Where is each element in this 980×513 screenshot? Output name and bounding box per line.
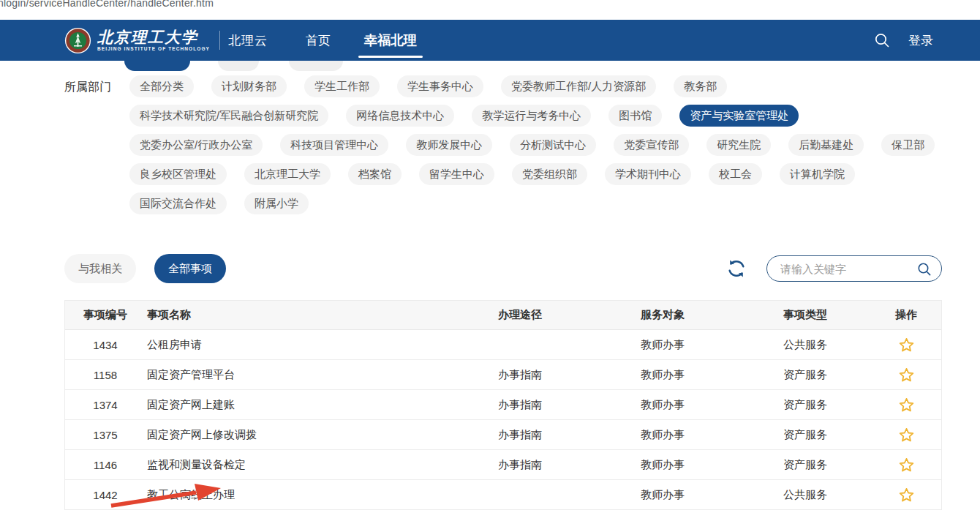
item-audience-cell: 教师办事 <box>639 398 782 412</box>
item-name-link[interactable]: 固定资产网上建账 <box>146 398 497 412</box>
header-right-group: 登录 <box>873 31 933 49</box>
favorite-star-icon[interactable] <box>870 367 943 383</box>
table-row[interactable]: 1374固定资产网上建账办事指南教师办事资产服务 <box>65 390 941 420</box>
item-type-cell: 资产服务 <box>782 398 870 412</box>
nav-item-happy-bit[interactable]: 幸福北理 <box>360 20 421 61</box>
department-tag[interactable]: 党委教师工作部/人力资源部 <box>501 75 656 97</box>
department-tag[interactable]: 分析测试中心 <box>510 134 596 156</box>
service-handle-center-page: nlogin/serviceHandleCenter/handleCenter.… <box>0 0 980 513</box>
toolbar-right-group <box>725 255 942 282</box>
table-row[interactable]: 1158固定资产管理平台办事指南教师办事资产服务 <box>65 360 941 390</box>
item-name-link[interactable]: 固定资产管理平台 <box>146 368 497 382</box>
table-row[interactable]: 1434公租房申请教师办事公共服务 <box>65 330 941 360</box>
services-table: 事项编号 事项名称 办理途径 服务对象 事项类型 操作 1434公租房申请教师办… <box>64 300 942 510</box>
keyword-searchbox <box>766 255 942 282</box>
favorite-star-icon[interactable] <box>870 397 943 413</box>
list-toolbar: 与我相关 全部事项 <box>64 254 942 283</box>
favorite-star-icon[interactable] <box>870 427 943 443</box>
item-name-link[interactable]: 监视和测量设备检定 <box>146 458 497 472</box>
item-audience-cell: 教师办事 <box>639 458 782 472</box>
partial-pill[interactable] <box>289 61 343 71</box>
university-name-cn: 北京理工大学 <box>97 29 210 45</box>
partial-pill[interactable] <box>218 61 259 71</box>
col-header-item-id: 事项编号 <box>65 308 146 322</box>
item-name-link[interactable]: 教工公寓线上办理 <box>146 488 497 502</box>
top-header: 北京理工大学 BEIJING INSTITUTE OF TECHNOLOGY 北… <box>0 20 980 61</box>
item-type-cell: 公共服务 <box>782 488 870 502</box>
brand-divider <box>219 31 220 50</box>
department-tag[interactable]: 党委组织部 <box>512 163 587 185</box>
university-logo[interactable]: 北京理工大学 BEIJING INSTITUTE OF TECHNOLOGY 北… <box>64 27 268 54</box>
item-channel-cell[interactable]: 办事指南 <box>497 428 639 442</box>
table-row[interactable]: 1146监视和测量设备检定办事指南教师办事资产服务 <box>65 450 941 480</box>
department-tag[interactable]: 计算机学院 <box>780 163 855 185</box>
department-tag[interactable]: 校工会 <box>709 163 762 185</box>
department-tag[interactable]: 全部分类 <box>129 75 194 97</box>
table-row[interactable]: 1375固定资产网上修改调拨办事指南教师办事资产服务 <box>65 420 941 450</box>
item-id-cell: 1146 <box>65 459 146 471</box>
partial-pill-active[interactable] <box>124 61 190 71</box>
university-name-block: 北京理工大学 BEIJING INSTITUTE OF TECHNOLOGY <box>97 29 210 50</box>
search-icon[interactable] <box>873 31 891 49</box>
department-tag[interactable]: 教师发展中心 <box>406 134 492 156</box>
main-nav: 首页 幸福北理 <box>301 20 446 61</box>
department-tag[interactable]: 计划财务部 <box>211 75 287 97</box>
item-audience-cell: 教师办事 <box>639 338 782 352</box>
department-tag[interactable]: 学生工作部 <box>304 75 380 97</box>
item-id-cell: 1434 <box>65 339 146 351</box>
department-tag[interactable]: 国际交流合作处 <box>129 192 227 214</box>
col-header-channel: 办理途径 <box>497 308 639 322</box>
item-id-cell: 1442 <box>65 489 146 501</box>
department-tag[interactable]: 附属小学 <box>244 192 309 214</box>
department-tag-active[interactable]: 资产与实验室管理处 <box>679 105 799 127</box>
department-rows: 全部分类计划财务部学生工作部学生事务中心党委教师工作部/人力资源部教务部科学技术… <box>129 75 935 214</box>
department-tag[interactable]: 学术期刊中心 <box>605 163 691 185</box>
item-type-cell: 资产服务 <box>782 368 870 382</box>
refresh-icon[interactable] <box>725 258 747 280</box>
table-row[interactable]: 1442教工公寓线上办理教师办事公共服务 <box>65 480 941 510</box>
department-tag[interactable]: 保卫部 <box>881 134 935 156</box>
item-name-link[interactable]: 公租房申请 <box>146 338 497 352</box>
status-url-text: nlogin/serviceHandleCenter/handleCenter.… <box>0 0 214 9</box>
login-button[interactable]: 登录 <box>908 32 933 49</box>
department-tag[interactable]: 教务部 <box>674 75 727 97</box>
department-tag[interactable]: 党委办公室/行政办公室 <box>129 134 263 156</box>
department-tag[interactable]: 档案馆 <box>348 163 402 185</box>
table-body: 1434公租房申请教师办事公共服务1158固定资产管理平台办事指南教师办事资产服… <box>65 330 941 510</box>
item-type-cell: 资产服务 <box>782 458 870 472</box>
col-header-operation: 操作 <box>870 308 943 322</box>
department-tag[interactable]: 后勤基建处 <box>788 134 864 156</box>
item-type-cell: 资产服务 <box>782 428 870 442</box>
product-name: 北理云 <box>228 32 268 49</box>
keyword-search-input[interactable] <box>780 263 911 275</box>
tab-all-items[interactable]: 全部事项 <box>154 254 226 283</box>
item-channel-cell[interactable]: 办事指南 <box>497 368 639 382</box>
item-name-link[interactable]: 固定资产网上修改调拨 <box>146 428 497 442</box>
department-filter-label: 所属部门 <box>64 75 111 214</box>
item-audience-cell: 教师办事 <box>639 368 782 382</box>
department-tag[interactable]: 教学运行与考务中心 <box>472 105 591 127</box>
item-id-cell: 1375 <box>65 429 146 441</box>
department-tag[interactable]: 学生事务中心 <box>397 75 483 97</box>
department-tag[interactable]: 研究生院 <box>706 134 771 156</box>
favorite-star-icon[interactable] <box>870 337 943 353</box>
department-tag[interactable]: 北京理工大学 <box>244 163 331 185</box>
department-tag[interactable]: 科技项目管理中心 <box>280 134 388 156</box>
keyword-search-icon[interactable] <box>916 261 932 280</box>
item-id-cell: 1374 <box>65 399 146 411</box>
col-header-item-type: 事项类型 <box>782 308 870 322</box>
department-tag[interactable]: 党委宣传部 <box>614 134 689 156</box>
department-tag[interactable]: 留学生中心 <box>419 163 494 185</box>
nav-item-home[interactable]: 首页 <box>301 20 335 61</box>
favorite-star-icon[interactable] <box>870 487 943 503</box>
item-audience-cell: 教师办事 <box>639 488 782 502</box>
department-tag[interactable]: 图书馆 <box>608 105 662 127</box>
department-tag[interactable]: 网络信息技术中心 <box>346 105 454 127</box>
department-tag[interactable]: 科学技术研究院/军民融合创新研究院 <box>129 105 328 127</box>
department-tag[interactable]: 良乡校区管理处 <box>129 163 227 185</box>
item-channel-cell[interactable]: 办事指南 <box>497 398 639 412</box>
tab-related-to-me[interactable]: 与我相关 <box>64 254 136 283</box>
favorite-star-icon[interactable] <box>870 457 943 473</box>
department-filter-section: 所属部门 全部分类计划财务部学生工作部学生事务中心党委教师工作部/人力资源部教务… <box>64 75 953 214</box>
item-channel-cell[interactable]: 办事指南 <box>497 458 639 472</box>
